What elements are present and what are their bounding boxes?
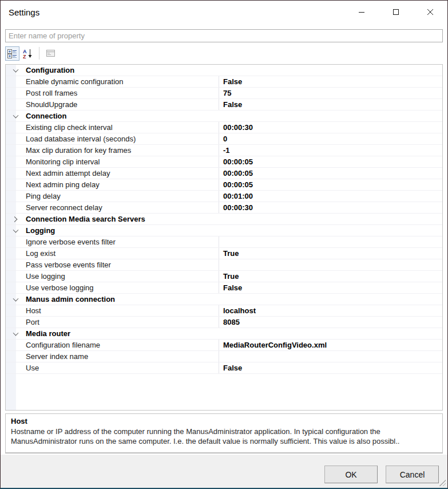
property-value[interactable] (219, 236, 442, 247)
property-value[interactable] (219, 225, 442, 236)
property-value[interactable]: 00:01:00 (219, 191, 442, 202)
titlebar: Settings (1, 1, 447, 23)
property-value[interactable] (219, 259, 442, 270)
property-grid: Configuration Enable dynamic configurati… (5, 64, 443, 411)
property-label: Manus admin connection (16, 295, 219, 303)
search-input[interactable] (5, 29, 443, 42)
table-row[interactable]: Post roll frames 75 (6, 88, 442, 99)
table-row[interactable]: Configuration filename MediaRouterConfig… (6, 340, 442, 351)
table-row[interactable]: ShouldUpgrade False (6, 99, 442, 111)
property-value[interactable]: False (219, 282, 442, 293)
ok-button[interactable]: OK (324, 466, 378, 483)
close-icon (427, 9, 434, 15)
table-row[interactable]: Server index name (6, 351, 442, 362)
table-row[interactable]: Use logging True (6, 271, 442, 282)
maximize-button[interactable] (379, 1, 413, 23)
caption-buttons (344, 1, 447, 23)
close-button[interactable] (413, 1, 447, 23)
property-label: Post roll frames (16, 89, 219, 97)
property-label: Connection (16, 112, 219, 120)
property-value[interactable]: True (219, 271, 442, 282)
sort-alphabetical-icon: A Z (23, 49, 33, 58)
property-label: Port (16, 318, 219, 326)
table-row[interactable]: Configuration (6, 65, 442, 76)
property-label: Media router (16, 329, 219, 338)
property-value[interactable] (219, 65, 442, 76)
property-label: Pass verbose events filter (16, 261, 219, 269)
property-value[interactable]: MediaRouterConfigVideo.xml (219, 340, 442, 350)
categorized-icon (7, 49, 17, 58)
property-value[interactable]: False (219, 99, 442, 110)
table-row[interactable]: Manus admin connection (6, 294, 442, 305)
table-row[interactable]: Logging (6, 225, 442, 236)
property-label: Configuration (16, 66, 219, 74)
table-row[interactable]: Pass verbose events filter (6, 259, 442, 271)
toolbar-separator (39, 47, 39, 60)
property-pages-button (43, 46, 58, 61)
table-row[interactable]: Enable dynamic configuration False (6, 76, 442, 88)
table-row[interactable]: Log exist True (6, 248, 442, 259)
property-value[interactable] (219, 328, 442, 339)
property-label: Connection Media search Servers (16, 215, 219, 223)
table-row[interactable]: Connection (6, 111, 442, 122)
property-value[interactable] (219, 294, 442, 305)
table-row[interactable]: Use verbose logging False (6, 282, 442, 294)
search-bar (5, 29, 443, 42)
categorized-button[interactable] (5, 46, 19, 61)
property-value[interactable]: 00:00:05 (219, 179, 442, 190)
dialog-footer: OK Cancel (1, 455, 447, 488)
cancel-button[interactable]: Cancel (386, 466, 439, 483)
property-label: Next admin ping delay (16, 180, 219, 189)
maximize-icon (393, 9, 399, 15)
resize-grip[interactable] (438, 478, 446, 486)
alphabetical-sort-button[interactable]: A Z (21, 46, 35, 61)
table-row[interactable]: Server reconnect delay 00:00:30 (6, 202, 442, 214)
table-row[interactable]: Use False (6, 362, 442, 374)
table-row[interactable]: Media router (6, 328, 442, 340)
property-value[interactable]: 00:00:05 (219, 168, 442, 179)
table-row[interactable]: Connection Media search Servers (6, 214, 442, 225)
table-row[interactable]: Monitoring clip interval 00:00:05 (6, 156, 442, 168)
property-label: Configuration filename (16, 341, 219, 349)
property-value[interactable]: 8085 (219, 317, 442, 328)
table-row[interactable]: Ping delay 00:01:00 (6, 191, 442, 202)
table-row[interactable]: Existing clip check interval 00:00:30 (6, 122, 442, 133)
property-value[interactable]: 00:00:30 (219, 202, 442, 213)
property-value[interactable]: 0 (219, 133, 442, 144)
property-label: Logging (16, 226, 219, 235)
property-label: Use verbose logging (16, 283, 219, 292)
property-value[interactable] (219, 111, 442, 121)
settings-dialog: Settings (0, 0, 448, 489)
property-value[interactable]: False (219, 76, 442, 87)
property-value[interactable]: 00:00:05 (219, 156, 442, 167)
property-value[interactable]: localhost (219, 305, 442, 316)
property-label: Use (16, 364, 219, 372)
property-value[interactable]: False (219, 362, 442, 373)
property-value[interactable]: 00:00:30 (219, 122, 442, 133)
property-value[interactable]: 75 (219, 88, 442, 98)
property-value[interactable] (219, 214, 442, 224)
property-value[interactable]: True (219, 248, 442, 259)
table-row[interactable]: Host localhost (6, 305, 442, 317)
property-grid-rows: Configuration Enable dynamic configurati… (6, 65, 442, 374)
minimize-button[interactable] (344, 1, 379, 23)
property-label: Ping delay (16, 192, 219, 200)
property-value[interactable] (219, 351, 442, 362)
property-label: Server reconnect delay (16, 203, 219, 212)
property-label: Host (16, 306, 219, 315)
property-label: Server index name (16, 352, 219, 361)
table-row[interactable]: Next admin attempt delay 00:00:05 (6, 168, 442, 179)
table-row[interactable]: Next admin ping delay 00:00:05 (6, 179, 442, 191)
table-row[interactable]: Max clip duration for key frames -1 (6, 145, 442, 156)
description-text: Hostname or IP address of the computer r… (11, 427, 437, 446)
table-row[interactable]: Port 8085 (6, 317, 442, 328)
window-title: Settings (9, 7, 39, 17)
description-title: Host (11, 417, 437, 425)
table-row[interactable]: Ignore verbose events filter (6, 236, 442, 248)
property-label: Max clip duration for key frames (16, 146, 219, 155)
svg-text:Z: Z (23, 53, 26, 58)
table-row[interactable]: Load database interval (seconds) 0 (6, 133, 442, 145)
property-grid-toolbar: A Z (5, 45, 443, 62)
property-label: Enable dynamic configuration (16, 77, 219, 86)
property-value[interactable]: -1 (219, 145, 442, 156)
